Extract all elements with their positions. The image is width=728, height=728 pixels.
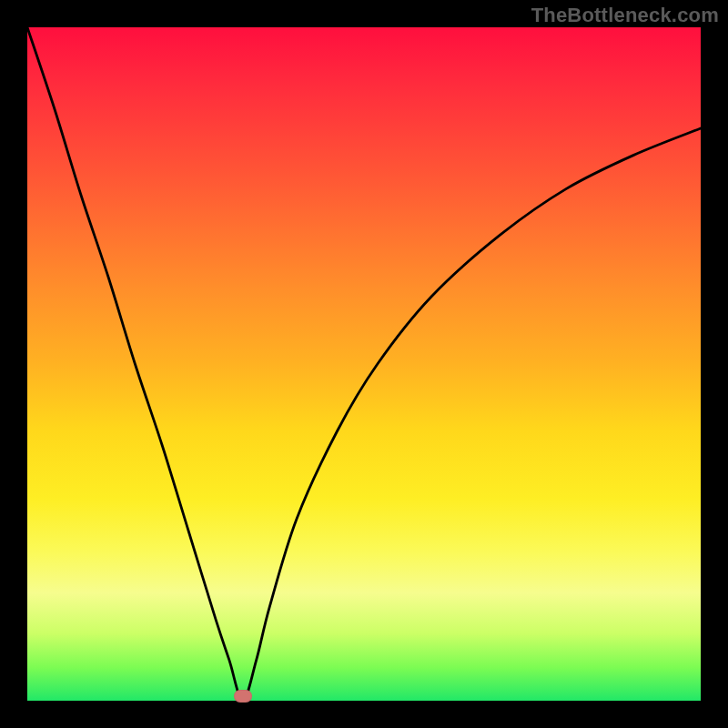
optimal-point-marker bbox=[234, 690, 252, 703]
watermark-text: TheBottleneck.com bbox=[531, 4, 719, 27]
chart-frame: TheBottleneck.com bbox=[0, 0, 728, 728]
plot-gradient-background bbox=[27, 27, 701, 701]
